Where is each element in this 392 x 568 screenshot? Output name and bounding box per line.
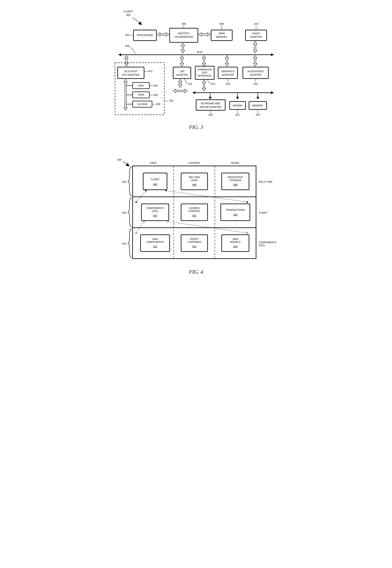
modem-ref: 322 [235, 113, 240, 116]
row2-brace [128, 198, 132, 227]
cdrom-box: CD-ROM [133, 101, 152, 107]
svg-text:JAVA: JAVA [152, 238, 158, 240]
svg-text:TAPE: TAPE [138, 93, 144, 96]
svg-point-86 [143, 221, 145, 222]
svg-text:GRAPHICS: GRAPHICS [221, 70, 234, 73]
fig3-caption: FIG. 3 [189, 124, 203, 130]
svg-point-89 [247, 232, 248, 234]
av-box: AUDIO/VIDEO ADAPTER [243, 67, 268, 79]
lower-bus [193, 91, 274, 94]
r2-model-box: TRANSACTIONS 424 [221, 204, 250, 221]
svg-text:424: 424 [233, 213, 237, 216]
svg-text:MEMORY: MEMORY [216, 35, 227, 38]
audioadp-box: AUDIO ADAPTER [245, 30, 267, 41]
svg-text:MODEM: MODEM [233, 104, 242, 107]
svg-point-71 [145, 190, 147, 191]
client-title: CLIENT [124, 10, 133, 13]
figure-4: 400 VIEW CONTROL MODEL 402 MULTI-TIER 41… [108, 150, 284, 282]
svg-text:MID-TIER: MID-TIER [189, 176, 200, 179]
expbus-down [202, 80, 206, 91]
scsi-group-ref: 332 [169, 99, 173, 102]
tape-box: TAPE [133, 92, 149, 98]
svg-text:MODELS: MODELS [230, 241, 240, 243]
r3-view-box: JAVA COMPONENTS 412 [140, 235, 170, 251]
svg-point-74 [247, 201, 248, 203]
mainmem-box: MAIN MEMORY [211, 30, 232, 41]
memory-ref: 324 [255, 113, 260, 116]
svg-text:408: 408 [233, 183, 237, 186]
row2-label: CLIENT [259, 211, 267, 214]
kbmouse-ref: 320 [208, 113, 213, 116]
svg-text:CACHE/BRIDGE: CACHE/BRIDGE [174, 35, 193, 38]
svg-text:(JFC): (JFC) [152, 210, 158, 213]
svg-point-87 [167, 221, 168, 222]
svg-point-72 [165, 190, 167, 191]
svg-text:420: 420 [153, 214, 157, 217]
svg-text:CONTROL: CONTROL [188, 210, 200, 213]
row1-label: MULTI-TIER [259, 180, 272, 183]
svg-text:404: 404 [153, 183, 157, 186]
svg-text:ADAPTER: ADAPTER [250, 35, 262, 38]
svg-rect-6 [211, 30, 232, 41]
svg-text:COMPONENTS: COMPONENTS [146, 241, 164, 243]
figure-3: CLIENT 300 PROCESSOR 302 HOST/PCI CACHE/… [108, 5, 284, 139]
svg-text:LISTENERS: LISTENERS [187, 241, 201, 243]
svg-text:STORAGE: STORAGE [229, 179, 241, 182]
r1-control-box: MID-TIER LOGIC 406 [181, 173, 208, 190]
row1-ref: 402 [122, 180, 126, 183]
cdrom-ref: 330 [156, 102, 160, 105]
svg-text:KEYBOARD AND: KEYBOARD AND [201, 102, 220, 105]
svg-text:DISK: DISK [138, 84, 144, 87]
svg-rect-19 [173, 67, 191, 79]
r1-dashed [136, 191, 247, 202]
svg-text:SCREEN: SCREEN [189, 207, 199, 209]
mainmem-ref: 304 [219, 22, 224, 25]
hostpci-box: HOST/PCI CACHE/BRIDGE [170, 28, 198, 42]
bus-down-connectors [125, 56, 257, 66]
svg-text:BUS: BUS [197, 50, 202, 53]
svg-text:422: 422 [192, 214, 196, 217]
svg-text:CD-ROM: CD-ROM [137, 103, 147, 105]
tape-ref: 328 [153, 93, 158, 96]
kbmouse-box: KEYBOARD AND MOUSE ADAPTER [196, 100, 225, 110]
audioadp-ref: 316 [254, 22, 258, 25]
svg-point-88 [135, 232, 137, 234]
svg-point-73 [135, 201, 137, 203]
lower-bus-spurs [209, 93, 259, 99]
row2-ref: 418 [122, 211, 126, 214]
col-control: CONTROL [188, 161, 200, 164]
svg-rect-15 [118, 67, 144, 79]
svg-rect-26 [218, 67, 238, 79]
svg-text:EVENT: EVENT [190, 238, 198, 240]
r2-control-box: SCREEN CONTROL 422 [181, 204, 208, 221]
col-view: VIEW [150, 161, 156, 164]
svg-text:COMPONENTS: COMPONENTS [146, 207, 164, 209]
svg-text:414: 414 [192, 245, 196, 248]
modem-box: MODEM [230, 102, 245, 109]
lan-ref: 310 [188, 82, 192, 85]
svg-text:MEMORY: MEMORY [252, 104, 263, 107]
row3-brace [128, 229, 132, 258]
graphics-ref: 318 [225, 82, 230, 85]
svg-rect-48 [196, 100, 225, 110]
scsi-box: SCSI HOST BUS ADAPTER [118, 67, 144, 79]
r2-dashed [136, 221, 247, 233]
svg-text:416: 416 [233, 245, 237, 248]
svg-text:BUS: BUS [202, 71, 207, 74]
fig4-ref: 400 [117, 158, 122, 161]
bus: BUS [118, 50, 274, 56]
lan-box: LAN ADAPTER [173, 67, 191, 79]
svg-text:MAIN: MAIN [219, 32, 225, 35]
hostpci-ref: 308 [182, 22, 186, 25]
col-model: MODEL [231, 161, 240, 164]
memory-box: MEMORY [249, 102, 267, 109]
svg-text:MOUSE ADAPTER: MOUSE ADAPTER [200, 105, 221, 108]
svg-text:PROCESSOR: PROCESSOR [137, 34, 153, 37]
svg-text:HOST/PCI: HOST/PCI [178, 32, 189, 35]
svg-text:INTERFACE: INTERFACE [198, 74, 212, 77]
svg-text:TRANSACTIONS: TRANSACTIONS [225, 208, 245, 211]
svg-text:ADAPTER: ADAPTER [222, 73, 234, 76]
svg-rect-3 [170, 28, 198, 42]
expbus-ref: 314 [210, 82, 215, 85]
client-ref: 300 [126, 14, 130, 16]
